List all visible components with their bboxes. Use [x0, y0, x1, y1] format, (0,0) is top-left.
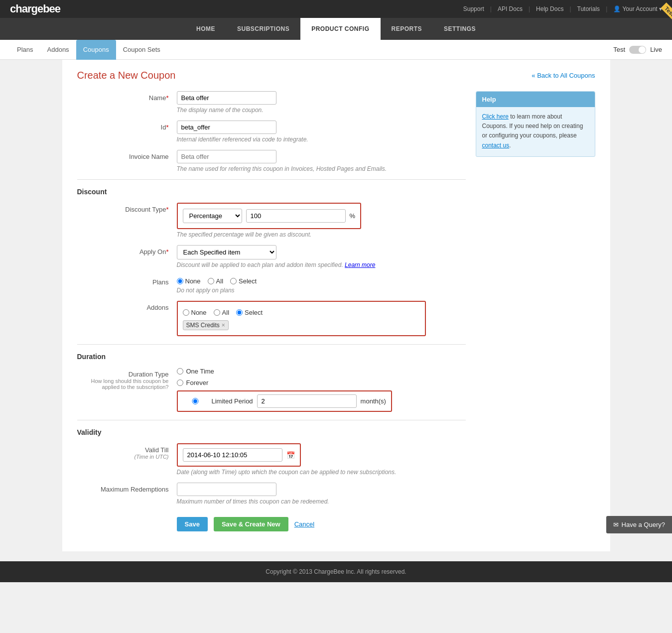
plans-all-radio[interactable]	[208, 278, 214, 284]
duration-one-time-text: One Time	[186, 368, 214, 375]
calendar-icon[interactable]: 📅	[286, 451, 295, 459]
valid-till-field: 📅 Date (along with Time) upto which the …	[177, 443, 426, 476]
click-here-link[interactable]: Click here	[482, 113, 509, 120]
invoice-name-input[interactable]	[177, 150, 276, 163]
addons-none-label[interactable]: None	[183, 309, 207, 316]
plans-none-radio[interactable]	[177, 278, 183, 284]
duration-forever-radio[interactable]	[177, 380, 183, 386]
plans-radio-group: None All Select	[177, 275, 426, 285]
discount-row: Percentage Fixed Amount %	[183, 209, 356, 223]
duration-unit: month(s)	[361, 397, 386, 405]
addons-select-radio[interactable]	[236, 309, 243, 316]
duration-limited-radio[interactable]	[183, 398, 208, 404]
name-hint: The display name of the coupon.	[177, 107, 426, 114]
support-link[interactable]: Support	[463, 5, 484, 12]
apply-on-hint: Discount will be applied to each plan an…	[177, 261, 426, 268]
discount-type-row: Discount Type* Percentage Fixed Amount %	[77, 203, 466, 238]
name-field: The display name of the coupon.	[177, 91, 426, 114]
addons-none-radio[interactable]	[183, 309, 189, 316]
duration-forever-text: Forever	[186, 379, 209, 386]
duration-forever-label[interactable]: Forever	[177, 379, 209, 386]
tutorials-link[interactable]: Tutorials	[577, 5, 600, 12]
addons-label: Addons	[77, 301, 177, 311]
apply-on-field: Each Specified item Each Plan Item Invoi…	[177, 245, 426, 268]
max-redemptions-hint: Maximum number of times this coupon can …	[177, 498, 426, 505]
duration-value-input[interactable]	[257, 394, 357, 408]
max-redemptions-input[interactable]	[177, 483, 276, 496]
learn-more-link[interactable]: Learn more	[345, 261, 375, 268]
nav-home[interactable]: HOME	[185, 18, 226, 40]
plans-field: None All Select Do not apply on plans	[177, 275, 426, 294]
nav-settings[interactable]: SETTINGS	[433, 18, 487, 40]
duration-section: Duration Duration Type How long should t…	[77, 344, 466, 412]
have-a-query-button[interactable]: ✉ Have a Query?	[606, 516, 672, 533]
subnav-coupons[interactable]: Coupons	[76, 40, 116, 60]
duration-sublabel: How long should this coupon be applied t…	[77, 378, 169, 390]
main-nav: HOME SUBSCRIPTIONS PRODUCT CONFIG REPORT…	[0, 18, 672, 40]
valid-till-row: Valid Till (Time in UTC) 📅 Date (along w…	[77, 443, 466, 476]
addons-all-label[interactable]: All	[214, 309, 229, 316]
valid-till-highlighted: 📅	[177, 443, 301, 467]
form-main: Name* The display name of the coupon. Id…	[77, 91, 466, 531]
addons-tag-remove[interactable]: ×	[222, 322, 225, 329]
duration-one-time-radio[interactable]	[177, 368, 183, 375]
plans-label: Plans	[77, 275, 177, 286]
user-account-link[interactable]: 👤 Your Account ▾	[613, 5, 662, 12]
discount-value-input[interactable]	[246, 209, 346, 223]
save-create-button[interactable]: Save & Create New	[214, 517, 288, 531]
plans-all-label[interactable]: All	[208, 277, 223, 285]
test-label: Test	[613, 46, 625, 53]
nav-reports[interactable]: REPORTS	[381, 18, 433, 40]
addons-all-radio[interactable]	[214, 309, 220, 316]
help-text: Click here to learn more about Coupons. …	[482, 112, 589, 150]
name-label: Name*	[77, 91, 177, 102]
help-docs-link[interactable]: Help Docs	[536, 5, 563, 12]
name-row: Name* The display name of the coupon.	[77, 91, 466, 114]
discount-type-field: Percentage Fixed Amount % The specified …	[177, 203, 426, 238]
discount-section: Discount Discount Type* Percentage Fixed…	[77, 179, 466, 336]
duration-type-label-wrap: Duration Type How long should this coupo…	[77, 368, 177, 394]
name-input[interactable]	[177, 91, 276, 105]
id-label: Id*	[77, 121, 177, 131]
back-to-coupons-link[interactable]: Back to All Coupons	[532, 72, 595, 79]
forever-row: Forever	[177, 379, 426, 386]
subnav-plans[interactable]: Plans	[10, 40, 40, 60]
valid-till-label-wrap: Valid Till (Time in UTC)	[77, 443, 177, 460]
save-button[interactable]: Save	[177, 517, 208, 531]
plans-select-radio[interactable]	[230, 278, 237, 284]
addons-tag-sms: SMS Credits ×	[183, 320, 229, 330]
duration-one-time-label[interactable]: One Time	[177, 368, 214, 375]
subnav-addons[interactable]: Addons	[40, 40, 76, 60]
discount-type-select[interactable]: Percentage Fixed Amount	[183, 209, 242, 223]
id-hint: Internal identifier referenced via code …	[177, 136, 426, 143]
max-redemptions-label: Maximum Redemptions	[77, 483, 177, 493]
help-box-title: Help	[476, 92, 595, 107]
valid-till-input[interactable]	[183, 448, 282, 462]
cancel-button[interactable]: Cancel	[294, 520, 314, 528]
page-title: Create a New Coupon	[77, 70, 176, 81]
plans-none-label[interactable]: None	[177, 277, 201, 285]
addons-radio-group: None All Select	[183, 307, 420, 316]
addons-field: None All Select	[177, 301, 426, 336]
contact-us-link[interactable]: contact us	[482, 142, 510, 149]
validity-section: Validity Valid Till (Time in UTC) 📅 Date…	[77, 420, 466, 505]
page-header: Create a New Coupon Back to All Coupons	[77, 70, 595, 81]
valid-till-label: Valid Till	[77, 446, 169, 454]
api-docs-link[interactable]: API Docs	[498, 5, 523, 12]
max-redemptions-row: Maximum Redemptions Maximum number of ti…	[77, 483, 466, 505]
sub-nav: Plans Addons Coupons Coupon Sets Test Li…	[0, 40, 672, 60]
addons-select-label[interactable]: Select	[236, 309, 263, 316]
nav-subscriptions[interactable]: SUBSCRIPTIONS	[226, 18, 300, 40]
footer: Copyright © 2013 ChargeBee Inc. All righ…	[0, 561, 672, 582]
invoice-name-row: Invoice Name The name used for referring…	[77, 150, 466, 172]
logo-area: chargebee	[10, 2, 60, 15]
subnav-coupon-sets[interactable]: Coupon Sets	[116, 40, 167, 60]
nav-product-config[interactable]: PRODUCT CONFIG	[300, 18, 380, 40]
apply-on-select[interactable]: Each Specified item Each Plan Item Invoi…	[177, 245, 276, 259]
plans-hint: Do not apply on plans	[177, 287, 426, 294]
sidebar: Help Click here to learn more about Coup…	[476, 91, 595, 531]
plans-select-label[interactable]: Select	[230, 277, 257, 285]
id-input[interactable]	[177, 121, 276, 134]
env-toggle-switch[interactable]	[629, 46, 646, 54]
validity-title: Validity	[77, 428, 466, 436]
